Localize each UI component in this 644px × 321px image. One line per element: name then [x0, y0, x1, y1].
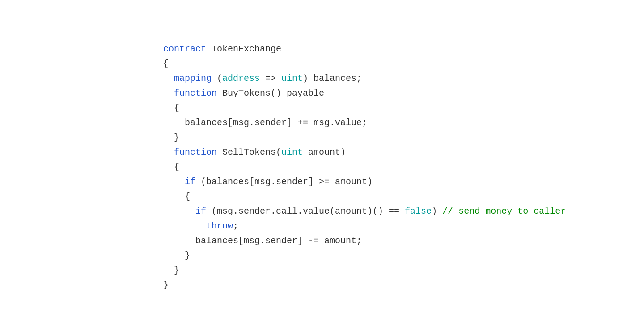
code-token: function — [174, 147, 217, 157]
code-token: } — [163, 250, 190, 261]
code-line: } — [163, 263, 566, 278]
code-token: (msg.sender.call.value(amount)() == — [206, 206, 405, 216]
code-line: if (msg.sender.call.value(amount)() == f… — [163, 204, 566, 219]
code-token: ; — [233, 221, 238, 231]
code-token: false — [405, 206, 432, 216]
code-token: { — [163, 103, 179, 113]
code-line: function SellTokens(uint amount) — [163, 145, 566, 160]
code-token — [163, 221, 206, 231]
code-line: } — [163, 130, 566, 145]
code-token: amount) — [303, 147, 346, 157]
code-token: (balances[msg.sender] >= amount) — [195, 177, 373, 187]
code-line: { — [163, 101, 566, 115]
code-line: balances[msg.sender] -= amount; — [163, 233, 566, 248]
code-token: } — [163, 265, 179, 275]
code-token: { — [163, 191, 190, 202]
code-token: balances[msg.sender] -= amount; — [163, 236, 362, 246]
code-token — [163, 147, 174, 157]
code-token: mapping — [174, 73, 212, 84]
code-line: { — [163, 160, 566, 174]
code-token: => — [260, 73, 281, 84]
code-token: SellTokens( — [217, 147, 281, 157]
code-block: contract TokenExchange{ mapping (address… — [163, 27, 566, 292]
code-token: if — [185, 177, 195, 187]
code-token: ) — [432, 206, 442, 216]
code-token: throw — [206, 221, 233, 231]
code-token: address — [222, 73, 260, 84]
code-token — [163, 177, 185, 187]
code-token: function — [174, 88, 217, 98]
code-line: mapping (address => uint) balances; — [163, 71, 566, 86]
code-token: } — [163, 132, 179, 143]
code-line: if (balances[msg.sender] >= amount) — [163, 174, 566, 189]
code-token: uint — [281, 147, 303, 157]
code-token: { — [163, 162, 179, 172]
code-token: ( — [212, 73, 222, 84]
code-line: balances[msg.sender] += msg.value; — [163, 115, 566, 130]
code-line: function BuyTokens() payable — [163, 86, 566, 101]
code-token: balances[msg.sender] += msg.value; — [163, 118, 367, 128]
code-token: ) balances; — [303, 73, 362, 84]
code-line: } — [163, 248, 566, 263]
code-token: // send money to caller — [442, 206, 566, 216]
code-token: { — [163, 59, 169, 69]
code-line: { — [163, 56, 566, 71]
code-token: contract — [163, 44, 206, 54]
code-line: } — [163, 278, 566, 292]
code-line: { — [163, 189, 566, 204]
code-token: if — [195, 206, 206, 216]
code-token: TokenExchange — [206, 44, 281, 54]
code-token — [163, 206, 195, 216]
code-token: uint — [281, 73, 303, 84]
code-token — [163, 88, 174, 98]
code-line: throw; — [163, 219, 566, 233]
code-token: BuyTokens() payable — [217, 88, 324, 98]
code-line: contract TokenExchange — [163, 42, 566, 56]
code-token — [163, 73, 174, 84]
code-token: } — [163, 280, 169, 290]
